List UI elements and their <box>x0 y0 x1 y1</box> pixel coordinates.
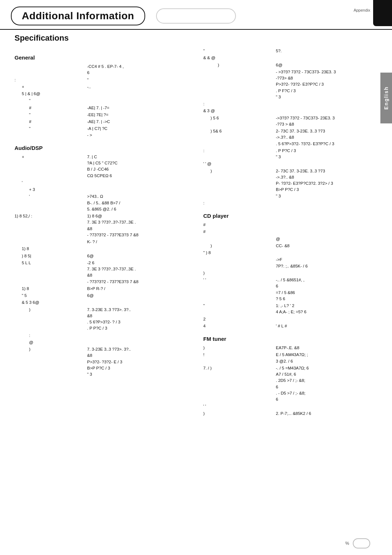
spec-row: ! E / 5 AM43A7Ω; ;3 @2. / 6 <box>203 352 377 364</box>
spec-row: # <box>203 229 377 235</box>
spec-row: + -.. <box>15 84 192 90</box>
spec-value: EA7P-.E. &8 <box>276 345 377 351</box>
spec-label: ' ' <box>203 277 276 302</box>
spec-label: " <box>203 48 276 54</box>
spec-row: ) 5 6 ->3?3? 73?2 - 73C373- 23E3. 3-?73 … <box>203 115 377 128</box>
spec-row: ' <box>15 180 192 186</box>
header-oval <box>156 8 236 24</box>
spec-row: 2 <box>203 316 377 322</box>
spec-value <box>276 101 377 107</box>
spec-value: 6@ <box>276 62 377 68</box>
spec-row: ) CC- &8 <box>203 243 377 249</box>
spec-label: : <box>203 200 276 206</box>
spec-value <box>276 200 377 206</box>
spec-row: " -A | C7| ?C- > <box>15 126 192 138</box>
spec-value <box>87 299 192 306</box>
spec-label: ' <box>15 180 87 186</box>
spec-row: ) 2. P-7;... &85K2 / 6 <box>203 411 377 417</box>
spec-label <box>203 69 276 100</box>
specs-columns: General -CC4 # 5 . EP-7- 4 ,6 : " + -.. … <box>15 48 377 417</box>
spec-label: # <box>203 229 276 235</box>
spec-row: 1) 8 52,/ : 1) 8 6@7. 3E 3 ?73?..3?-737.… <box>15 213 192 238</box>
spec-row: # <box>203 222 377 228</box>
specs-left-col: General -CC4 # 5 . EP-7- 4 ,6 : " + -.. … <box>15 48 192 417</box>
spec-value: 2- 73C 37. 3-23E. 3..3 ?73->.3?.. &8P- ?… <box>276 168 377 199</box>
spec-row: 1) 8 B>P R-? / <box>15 286 192 292</box>
spec-label: 1) 8 <box>15 246 87 252</box>
spec-label: & 5 3 6@ <box>15 299 87 306</box>
spec-row: & 3 @ <box>203 108 377 114</box>
spec-value <box>276 403 377 409</box>
spec-value: 1: ,- L? ' 24 A;A- ; E; =5? 6 <box>276 303 377 315</box>
spec-value <box>276 108 377 114</box>
spec-value <box>87 339 192 346</box>
spec-value <box>87 246 192 252</box>
spec-row: + 3 <box>15 187 192 193</box>
spec-label: 1) 8 52,/ : <box>15 213 87 238</box>
spec-row: -CC4 # 5 . EP-7- 4 ,6 <box>15 64 192 76</box>
spec-row: 1) 8 <box>15 246 192 252</box>
spec-row: : " <box>15 77 192 83</box>
main-content: Specifications General -CC4 # 5 . EP-7- … <box>0 30 392 446</box>
spec-label: : <box>15 77 87 83</box>
spec-value: CC- &8 <box>276 243 377 249</box>
spec-value: ->3?3? 73?2 - 73C373- 23E3. 3-?73 > &8 <box>276 115 377 128</box>
spec-value: 7. | C?A | C5 " C72?CB / J -CC46CΩ 5CPEΩ… <box>87 154 192 179</box>
spec-row: 4 ' # L # <box>203 323 377 329</box>
title-box: Additional Information <box>11 7 145 25</box>
spec-row: : <box>203 101 377 107</box>
spec-row: 5 | & | 6@ <box>15 91 192 97</box>
spec-label: ) <box>203 270 276 276</box>
spec-label <box>203 257 276 269</box>
spec-row: @ <box>203 236 377 242</box>
spec-value: -A | C7| ?C- > <box>87 126 192 138</box>
spec-label: 7. / ) <box>203 365 276 403</box>
spec-value: 5?. <box>276 48 377 54</box>
spec-label: # <box>203 222 276 228</box>
spec-row: & & @ <box>203 55 377 61</box>
spec-label: ' <box>15 193 87 212</box>
spec-row: ) <box>203 270 377 276</box>
spec-value: 6@ <box>87 253 192 259</box>
spec-value: B>P R-? / <box>87 286 192 292</box>
spec-row: 5 L L -2 67. 3E 3 ?73?..3?-737..3E .&8- … <box>15 260 192 285</box>
spec-row: : <box>15 332 192 339</box>
spec-label: 1) 8 <box>15 286 87 292</box>
footer-oval <box>353 538 370 548</box>
spec-value <box>276 222 377 228</box>
spec-value: -. / 5 =M43A7Ω; 6A7 / 51#, 6. 2D5 >7 / ;… <box>276 365 377 403</box>
spec-label: 2 <box>203 316 276 322</box>
spec-value: 2. P-7;... &85K2 / 6 <box>276 411 377 417</box>
spec-row: ->F7P?. ;.. &85K- / 6 <box>203 257 377 269</box>
spec-label: 5 | & | 6@ <box>15 91 87 97</box>
spec-row: ' ' -.. / 5 &8651#, ,6=7 / 5 &86? 5 6 <box>203 277 377 302</box>
spec-row: ) 6@ <box>203 62 377 68</box>
spec-label: " 5 <box>15 293 87 299</box>
spec-row: ) 2- 73C 37. 3-23E. 3..3 ?73->.3?.. &8P-… <box>203 168 377 199</box>
spec-label: ' ' <box>203 403 276 409</box>
specs-right-col: " 5?. & & @ ) 6@ - >3?3? 73?2 - 73C373- … <box>203 48 377 417</box>
spec-label: ) 8 5| <box>15 253 87 259</box>
audio-dsp-title: Audio/DSP <box>15 145 192 151</box>
spec-label: 5 L L <box>15 260 87 285</box>
spec-label: ) <box>15 307 87 332</box>
spec-row: ) 8 5| 6@ <box>15 253 192 259</box>
spec-label: ' ' @ <box>203 161 276 167</box>
spec-label: " <box>15 98 87 104</box>
spec-value <box>276 316 377 322</box>
footer: % <box>345 538 370 548</box>
spec-row: @ <box>15 339 192 346</box>
spec-label: " <box>15 112 87 118</box>
spec-row: : . P P?C / 3" 3 <box>203 148 377 160</box>
spec-label: " ) 8 <box>203 250 276 256</box>
spec-row: : <box>203 200 377 206</box>
spec-row: - >3?3? 73?2 - 73C373- 23E3. 3-?73> &8P>… <box>203 69 377 100</box>
spec-value: - >3?3? 73?2 - 73C373- 23E3. 3-?73> &8P>… <box>276 69 377 100</box>
spec-label: ) 5& 6 <box>203 128 276 147</box>
spec-row: " <box>15 98 192 104</box>
spec-value: 7. 3-23E 3..3 ?73>. 3?..&8. 5 6?P>3?2- ?… <box>87 307 192 332</box>
spec-value: ' # L # <box>276 323 377 329</box>
spec-label: ! <box>203 352 276 364</box>
spec-row: # -AE| 7. | ->C <box>15 119 192 125</box>
spec-label: & 3 @ <box>203 108 276 114</box>
